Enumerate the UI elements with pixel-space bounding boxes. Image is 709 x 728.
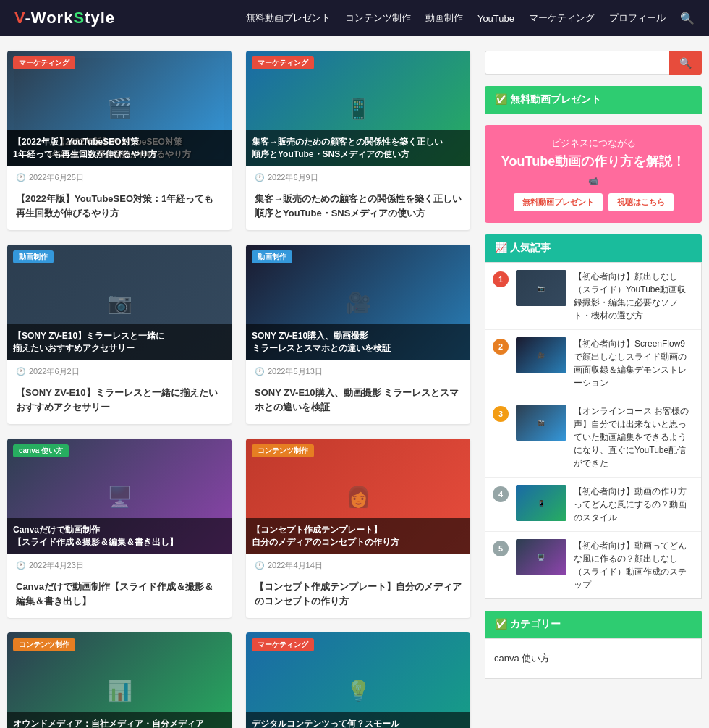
popular-text: 【初心者向け】ScreenFlow9で顔出しなしスライド動画の画面収録＆編集デモ… xyxy=(574,337,694,389)
popular-text: 【初心者向け】顔出しなし（スライド）YouTube動画収録撮影・編集に必要なソフ… xyxy=(574,270,694,322)
popular-list: 1 📷 【初心者向け】顔出しなし（スライド）YouTube動画収録撮影・編集に必… xyxy=(485,262,702,599)
clock-icon: 🕐 xyxy=(255,561,265,570)
post-content: 【2022年版】YouTubeSEO対策：1年経っても再生回数が伸びるやり方 xyxy=(7,189,232,230)
post-title-overlay: 【SONY ZV-E10】ミラーレスと一緒に揃えたいおすすめアクセサリー xyxy=(7,324,232,360)
post-title: 【2022年版】YouTubeSEO対策：1年経っても再生回数が伸びるやり方 xyxy=(16,192,223,220)
posts-grid: 【2022年版】YouTubeSEO対策1年経っても再生回数が伸びるやり方 🎬 … xyxy=(7,51,470,728)
popular-thumb: 📷 xyxy=(516,270,566,306)
post-meta: 🕐 2022年4月14日 xyxy=(246,554,470,577)
popular-header: 📈 人気記事 xyxy=(485,234,702,262)
category-item[interactable]: canva 使い方 xyxy=(494,648,692,669)
post-card[interactable]: 📷 動画制作 【SONY ZV-E10】ミラーレスと一緒に揃えたいおすすめアクセ… xyxy=(7,245,232,424)
clock-icon: 🕐 xyxy=(255,367,265,376)
post-date: 2022年4月14日 xyxy=(268,560,323,571)
category-badge: マーケティング xyxy=(13,56,75,69)
post-card[interactable]: 🖥️ canva 使い方 Canvaだけで動画制作【スライド作成＆撮影＆編集＆書… xyxy=(7,439,232,618)
rank-badge: 5 xyxy=(493,541,509,556)
post-card[interactable]: 【2022年版】YouTubeSEO対策1年経っても再生回数が伸びるやり方 🎬 … xyxy=(7,51,232,230)
site-logo[interactable]: V-WorkStyle xyxy=(14,9,115,27)
clock-icon: 🕐 xyxy=(16,367,26,376)
popular-thumb: 🖥️ xyxy=(516,539,566,575)
banner-subtitle: ビジネスにつながる xyxy=(496,137,690,150)
category-section: ✅ カテゴリー canva 使い方 xyxy=(485,611,702,679)
post-title: 【SONY ZV-E10】ミラーレスと一緒に揃えたいおすすめアクセサリー xyxy=(16,386,223,414)
nav-free-video[interactable]: 無料動画プレゼント xyxy=(246,12,331,25)
post-date: 2022年6月2日 xyxy=(29,366,80,377)
post-card[interactable]: 🎥 動画制作 SONY ZV-E10購入、動画撮影ミラーレスとスマホとの違いを検… xyxy=(246,245,470,424)
search-button[interactable]: 🔍 xyxy=(669,51,702,75)
post-card[interactable]: 📊 コンテンツ制作 オウンドメディア：自社メディア・自分メディアを作るときに役立… xyxy=(7,632,232,728)
post-content: 【SONY ZV-E10】ミラーレスと一緒に揃えたいおすすめアクセサリー xyxy=(7,383,232,424)
post-meta: 🕐 2022年6月9日 xyxy=(246,166,470,189)
category-badge: マーケティング xyxy=(252,638,314,651)
free-video-btn[interactable]: 無料動画プレゼント xyxy=(514,193,603,211)
post-meta: 🕐 2022年6月2日 xyxy=(7,360,232,383)
popular-item[interactable]: 4 📱 【初心者向け】動画の作り方ってどんな風にするの？動画のスタイル xyxy=(485,478,701,532)
nav-marketing[interactable]: マーケティング xyxy=(529,12,595,25)
popular-item[interactable]: 2 🎥 【初心者向け】ScreenFlow9で顔出しなしスライド動画の画面収録＆… xyxy=(485,330,701,397)
post-date: 2022年4月23日 xyxy=(29,560,84,571)
post-title-overlay: デジタルコンテンツって何？スモールビジネスが知っておくべき種類と使い方 xyxy=(246,712,470,728)
popular-thumb: 🎥 xyxy=(516,337,566,373)
post-content: SONY ZV-E10購入、動画撮影 ミラーレスとスマホとの違いを検証 xyxy=(246,383,470,424)
post-title: 集客→販売のための顧客との関係性を築く正しい順序とYouTube・SNSメディア… xyxy=(255,192,462,220)
post-title-overlay: オウンドメディア：自社メディア・自分メディアを作るときに役立つコンセプト作成 xyxy=(7,712,232,728)
watch-btn[interactable]: 視聴はこちら xyxy=(608,193,674,211)
post-title-overlay: 【コンセプト作成テンプレート】自分のメディアのコンセプトの作り方 xyxy=(246,518,470,554)
nav-movie[interactable]: 動画制作 xyxy=(425,12,463,25)
nav-youtube[interactable]: YouTube xyxy=(477,13,514,24)
clock-icon: 🕐 xyxy=(255,173,265,182)
post-card[interactable]: 📱 マーケティング 集客→販売のための顧客との関係性を築く正しい順序とYouTu… xyxy=(246,51,470,230)
nav-profile[interactable]: プロフィール xyxy=(609,12,666,25)
category-badge: コンテンツ制作 xyxy=(252,444,314,457)
main-nav: 無料動画プレゼント コンテンツ制作 動画制作 YouTube マーケティング プ… xyxy=(246,12,695,25)
popular-text: 【初心者向け】動画ってどんな風に作るの？顔出しなし（スライド）動画作成のステップ xyxy=(574,539,694,591)
category-badge: 動画制作 xyxy=(252,250,292,263)
sidebar: 🔍 ✅ 無料動画プレゼント ビジネスにつながる YouTube動画の作り方を解説… xyxy=(485,51,702,728)
popular-text: 【初心者向け】動画の作り方ってどんな風にするの？動画のスタイル xyxy=(574,485,694,524)
post-date: 2022年6月9日 xyxy=(268,172,318,183)
post-thumbnail: 📷 動画制作 【SONY ZV-E10】ミラーレスと一緒に揃えたいおすすめアクセ… xyxy=(7,245,232,360)
post-thumbnail: 💡 マーケティング デジタルコンテンツって何？スモールビジネスが知っておくべき種… xyxy=(246,632,470,728)
post-card[interactable]: 👩 コンテンツ制作 【コンセプト作成テンプレート】自分のメディアのコンセプトの作… xyxy=(246,439,470,618)
post-thumbnail: 🖥️ canva 使い方 Canvaだけで動画制作【スライド作成＆撮影＆編集＆書… xyxy=(7,439,232,554)
clock-icon: 🕐 xyxy=(16,173,26,182)
search-input[interactable] xyxy=(485,51,669,75)
free-video-banner[interactable]: ビジネスにつながる YouTube動画の作り方を解説！ 📹 無料動画プレゼント … xyxy=(485,125,702,223)
search-icon[interactable]: 🔍 xyxy=(680,12,695,25)
nav-content[interactable]: コンテンツ制作 xyxy=(345,12,411,25)
post-thumbnail: 【2022年版】YouTubeSEO対策1年経っても再生回数が伸びるやり方 🎬 … xyxy=(7,51,232,166)
free-video-section: ✅ 無料動画プレゼント xyxy=(485,86,702,114)
main-container: 【2022年版】YouTubeSEO対策1年経っても再生回数が伸びるやり方 🎬 … xyxy=(0,36,709,728)
content-area: 【2022年版】YouTubeSEO対策1年経っても再生回数が伸びるやり方 🎬 … xyxy=(7,51,470,728)
popular-item[interactable]: 3 🎬 【オンラインコース お客様の声】自分では出来ないと思っていた動画編集をで… xyxy=(485,397,701,478)
category-header: ✅ カテゴリー xyxy=(485,611,702,638)
post-card[interactable]: 💡 マーケティング デジタルコンテンツって何？スモールビジネスが知っておくべき種… xyxy=(246,632,470,728)
category-badge: コンテンツ制作 xyxy=(13,638,75,651)
post-meta: 🕐 2022年6月25日 xyxy=(7,166,232,189)
post-thumbnail: 📱 マーケティング 集客→販売のための顧客との関係性を築く正しい順序とYouTu… xyxy=(246,51,470,166)
rank-badge: 2 xyxy=(493,339,509,355)
popular-thumb: 📱 xyxy=(516,485,566,521)
post-date: 2022年5月13日 xyxy=(268,366,323,377)
category-list: canva 使い方 xyxy=(485,638,702,679)
post-title: SONY ZV-E10購入、動画撮影 ミラーレスとスマホとの違いを検証 xyxy=(255,386,462,414)
post-title: 【コンセプト作成テンプレート】自分のメディアのコンセプトの作り方 xyxy=(255,580,462,608)
post-title-overlay: 集客→販売のための顧客との関係性を築く正しい順序とYouTube・SNSメディア… xyxy=(246,130,470,166)
clock-icon: 🕐 xyxy=(16,561,26,570)
popular-item[interactable]: 5 🖥️ 【初心者向け】動画ってどんな風に作るの？顔出しなし（スライド）動画作成… xyxy=(485,532,701,598)
post-thumbnail: 👩 コンテンツ制作 【コンセプト作成テンプレート】自分のメディアのコンセプトの作… xyxy=(246,439,470,554)
popular-item[interactable]: 1 📷 【初心者向け】顔出しなし（スライド）YouTube動画収録撮影・編集に必… xyxy=(485,263,701,330)
banner-main-text: YouTube動画の作り方を解説！ xyxy=(496,153,690,171)
post-title: Canvaだけで動画制作【スライド作成＆撮影＆編集＆書き出し】 xyxy=(16,580,223,608)
post-title-overlay: Canvaだけで動画制作【スライド作成＆撮影＆編集＆書き出し】 xyxy=(7,518,232,554)
post-content: Canvaだけで動画制作【スライド作成＆撮影＆編集＆書き出し】 xyxy=(7,577,232,618)
post-meta: 🕐 2022年4月23日 xyxy=(7,554,232,577)
post-thumbnail: 🎥 動画制作 SONY ZV-E10購入、動画撮影ミラーレスとスマホとの違いを検… xyxy=(246,245,470,360)
category-badge: 動画制作 xyxy=(13,250,54,263)
post-title-overlay: SONY ZV-E10購入、動画撮影ミラーレスとスマホとの違いを検証 xyxy=(246,324,470,360)
category-badge: canva 使い方 xyxy=(13,444,69,457)
category-badge: マーケティング xyxy=(252,56,314,69)
rank-badge: 1 xyxy=(493,271,509,287)
post-thumbnail: 📊 コンテンツ制作 オウンドメディア：自社メディア・自分メディアを作るときに役立… xyxy=(7,632,232,728)
